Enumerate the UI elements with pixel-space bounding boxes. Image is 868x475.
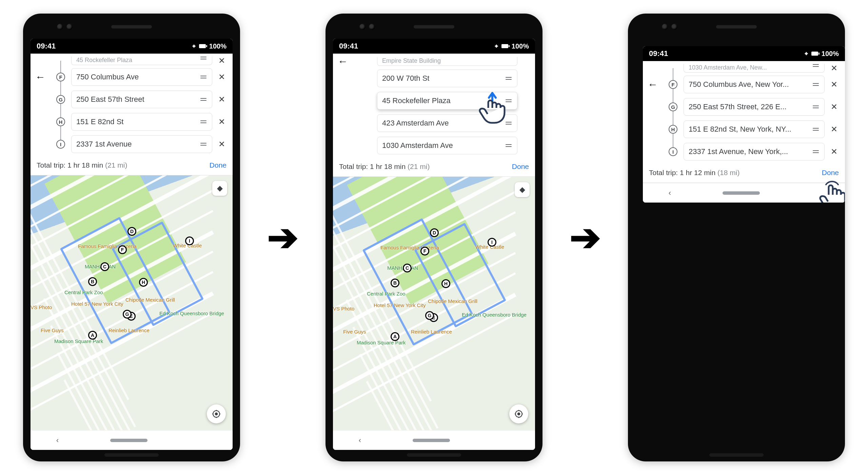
drag-handle-icon[interactable] [505,99,512,102]
stop-input[interactable]: 2337 1st Avenue, New York,... [684,143,825,160]
nav-back-icon[interactable]: ‹ [56,436,59,445]
map-waypoint-pin[interactable]: H [139,278,148,287]
stop-input[interactable]: 423 Amsterdam Ave [377,114,517,132]
stop-input[interactable]: 2337 1st Avenue [71,135,212,153]
android-nav-bar: ‹ [31,430,233,450]
stop-partial[interactable]: Empire State Building [377,57,517,66]
drag-handle-icon[interactable] [812,64,820,67]
android-nav-bar: ‹ [643,183,845,203]
drag-handle-icon[interactable] [200,120,207,123]
my-location-button[interactable] [509,404,528,423]
stop-text: 200 W 70th St [382,74,501,83]
back-button[interactable]: ← [35,71,45,83]
map-waypoint-pin[interactable]: C [100,262,109,271]
stop-letter: G [669,102,677,111]
drag-handle-icon[interactable] [505,144,512,147]
svg-point-6 [517,413,520,416]
remove-stop-button[interactable]: ✕ [827,147,841,156]
stops-panel: 1030 Amsterdam Ave, New... ✕ ← F 750 Col… [643,61,845,183]
drag-handle-icon[interactable] [812,150,820,153]
nav-home-pill[interactable] [723,191,760,195]
drag-handle-icon[interactable] [200,57,207,59]
map-waypoint-pin[interactable]: B [391,279,399,287]
remove-stop-button[interactable]: ✕ [215,95,229,104]
stop-input[interactable]: 250 East 57th Street [71,91,212,108]
map-waypoint-pin[interactable]: G [123,310,132,319]
nav-home-pill[interactable] [413,439,450,442]
trip-summary: Total trip: 1 hr 18 min (21 mi) Done [31,155,233,175]
back-button[interactable]: ← [648,79,658,90]
map-waypoint-pin[interactable]: F [118,245,127,254]
drag-handle-icon[interactable] [812,128,820,131]
drag-handle-icon[interactable] [200,76,207,78]
my-location-button[interactable] [207,404,226,423]
android-nav-bar: ‹ [333,430,535,450]
stop-input[interactable]: 750 Columbus Ave, New Yor... [684,76,825,93]
remove-stop-button[interactable]: ✕ [215,117,229,127]
drag-handle-icon[interactable] [505,77,512,80]
map-waypoint-pin[interactable]: I [488,238,496,247]
remove-stop-button[interactable]: ✕ [215,56,229,65]
map-waypoint-pin[interactable]: B [88,277,97,286]
stop-input[interactable]: 1030 Amsterdam Ave [377,137,517,154]
done-button[interactable]: Done [512,163,529,171]
map-poi-label: Hotel 57 New York City [71,301,123,307]
stop-letter: F [56,73,65,81]
trip-summary: Total trip: 1 hr 18 min (21 mi) Done [333,157,535,176]
map-poi-label: Central Park Zoo [64,289,103,295]
screen-3: 09:41 ⌖ 100% 1030 Amsterdam Ave, New... … [643,46,845,203]
location-icon: ⌖ [495,43,498,50]
status-bar: 09:41 ⌖ 100% [643,46,845,61]
remove-stop-button[interactable]: ✕ [827,80,841,89]
map-poi-label: Chipotle Mexican Grill [428,298,477,304]
remove-stop-button[interactable]: ✕ [827,102,841,112]
map-waypoint-pin[interactable]: H [441,279,450,288]
stop-input[interactable]: 151 E 82nd St [71,113,212,131]
map-poi-label: Five Guys [343,329,366,335]
stop-input[interactable]: 200 W 70th St [377,70,517,87]
remove-stop-button[interactable]: ✕ [215,139,229,149]
map-waypoint-pin[interactable]: F [420,247,429,255]
map-waypoint-pin[interactable]: D [430,228,439,237]
map-layers-button[interactable]: ◆ [212,181,227,196]
map-waypoint-pin[interactable]: G [425,311,434,320]
stop-input[interactable]: 151 E 82nd St, New York, NY... [684,120,825,138]
stop-text: 423 Amsterdam Ave [382,119,501,128]
stop-letter: H [669,125,677,134]
map-waypoint-pin[interactable]: A [88,331,97,340]
map-waypoint-pin[interactable]: A [391,332,399,341]
trip-summary: Total trip: 1 hr 12 min (18 mi) Done [643,163,845,183]
screen-2: 09:41 ⌖ 100% ← Empire State Building [333,39,535,450]
drag-handle-icon[interactable] [505,122,512,125]
stop-partial[interactable]: 45 Rockefeller Plaza [71,56,212,65]
back-button[interactable]: ← [338,56,348,67]
drag-handle-icon[interactable] [812,106,820,108]
map-waypoint-pin[interactable]: C [403,264,412,272]
flow-arrow-icon: ➔ [570,216,601,259]
nav-home-pill[interactable] [110,439,147,442]
stop-input[interactable]: 250 East 57th Street, 226 E... [684,98,825,116]
map-waypoint-pin[interactable]: D [127,227,136,236]
remove-stop-button[interactable]: ✕ [215,72,229,82]
status-time: 09:41 [37,42,192,51]
drag-handle-icon[interactable] [200,98,207,101]
map-layers-button[interactable]: ◆ [515,182,530,197]
remove-stop-button[interactable]: ✕ [827,125,841,134]
map-canvas[interactable]: Famous Famiglia PizzeriaWhite CastleMANH… [333,177,535,430]
stop-input[interactable]: 750 Columbus Ave [71,68,212,86]
map-canvas[interactable]: Famous Famiglia PizzeriaWhite CastleMANH… [31,175,233,430]
drag-handle-icon[interactable] [812,83,820,86]
trip-distance: (21 mi) [105,161,127,169]
stop-input[interactable]: 45 Rockefeller Plaza [377,92,517,110]
nav-back-icon[interactable]: ‹ [669,189,671,197]
drag-handle-icon[interactable] [200,143,207,146]
remove-stop-button[interactable]: ✕ [827,63,841,73]
done-button[interactable]: Done [210,161,226,169]
stop-partial[interactable]: 1030 Amsterdam Ave, New... [684,64,825,73]
trip-time: Total trip: 1 hr 18 min [339,163,406,171]
map-poi-label: VS Photo [333,306,354,311]
nav-back-icon[interactable]: ‹ [359,436,361,445]
map-poi-label: Famous Famiglia Pizzeria [78,243,137,249]
done-button[interactable]: Done [822,169,839,177]
map-waypoint-pin[interactable]: I [185,236,194,245]
